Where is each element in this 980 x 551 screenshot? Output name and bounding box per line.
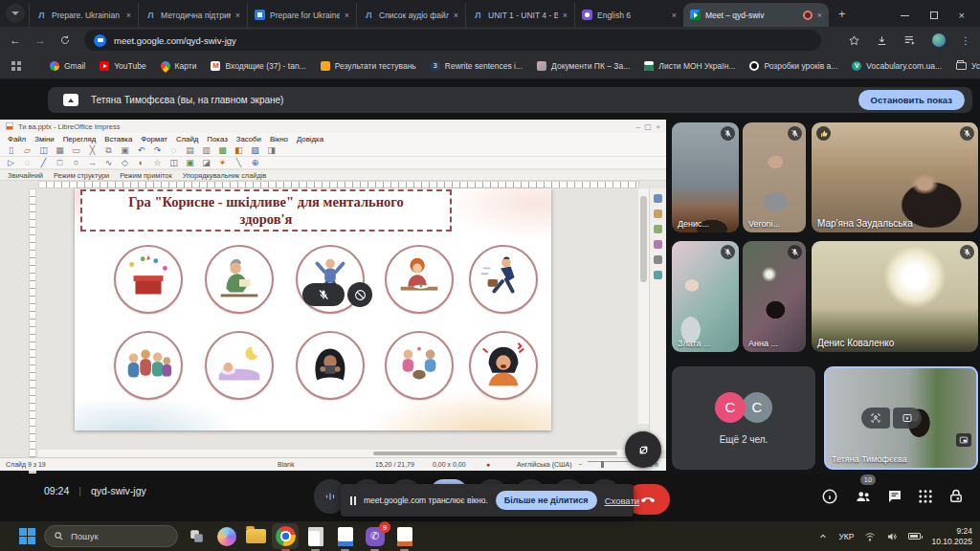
insert-chart-icon[interactable]: ▨ [250, 145, 260, 156]
tab-close-icon[interactable]: × [235, 11, 240, 20]
export-pdf-icon[interactable]: ▦ [55, 145, 65, 156]
tab-search-icon[interactable] [6, 4, 25, 23]
bookmark-item[interactable]: Gmail [50, 61, 85, 71]
zoom-icon[interactable]: ◌ [22, 158, 33, 168]
view-tab-sorter[interactable]: Упорядкувальник слайдів [183, 171, 267, 180]
browser-tab[interactable]: Prepare. Ukrainian E× [29, 3, 138, 27]
paste-icon[interactable]: ▣ [120, 145, 130, 156]
fontwork-icon[interactable]: ✶ [217, 158, 228, 168]
maximize-icon[interactable] [930, 11, 938, 19]
basic-shapes-icon[interactable]: ◇ [120, 158, 130, 168]
illustration-kids-sharing[interactable] [385, 331, 454, 400]
apps-grid-icon[interactable] [11, 61, 21, 72]
browser-tab[interactable]: English 6× [574, 3, 683, 27]
menu-slideshow[interactable]: Показ [207, 135, 227, 143]
chat-icon[interactable] [886, 488, 903, 505]
vertical-scrollbar[interactable] [638, 188, 649, 424]
undo-icon[interactable]: ↶ [136, 145, 146, 156]
curve-icon[interactable]: ∿ [103, 158, 114, 168]
bookmark-item[interactable]: Карти [161, 61, 197, 71]
select-icon[interactable]: ▷ [6, 158, 16, 168]
menu-insert[interactable]: Вставка [104, 135, 132, 143]
participant-tile[interactable]: Veroni... [743, 122, 806, 232]
more-participants-tile[interactable]: C C Ещё 2 чел. [672, 366, 815, 470]
activities-icon[interactable] [917, 488, 934, 505]
wifi-icon[interactable] [864, 531, 876, 542]
tray-chevron-icon[interactable] [818, 532, 828, 541]
copy-icon[interactable]: ⧉ [103, 145, 114, 156]
symbol-shapes-icon[interactable]: ◐ [136, 158, 146, 168]
cut-icon[interactable]: ╳ [87, 145, 98, 156]
floating-cam-off-overlay[interactable] [347, 282, 372, 307]
address-bar[interactable]: meet.google.com/qyd-swiv-jgy [84, 30, 821, 51]
sidebar-animation-icon[interactable] [654, 225, 662, 233]
insert-table-icon[interactable]: ▩ [217, 145, 228, 156]
task-view-button[interactable] [186, 525, 208, 547]
flowchart-icon[interactable]: ◫ [168, 158, 179, 168]
horizontal-scrollbar[interactable] [38, 450, 632, 457]
minimize-icon[interactable] [901, 15, 909, 16]
sidebar-properties-icon[interactable] [654, 194, 662, 203]
browser-tab[interactable]: Prepare for Ukraine× [247, 3, 356, 27]
language-indicator[interactable]: УКР [838, 532, 854, 541]
illustration-celebration-gift[interactable] [114, 245, 183, 314]
tab-close-icon[interactable]: × [345, 11, 349, 20]
callout-icon[interactable]: ▣ [185, 158, 195, 168]
volume-icon[interactable] [886, 531, 898, 542]
ellipse-icon[interactable]: ○ [71, 158, 81, 168]
expand-shared-screen-button[interactable] [625, 431, 661, 468]
bookmark-item[interactable]: Листи МОН Україн... [644, 61, 735, 71]
bookmark-item[interactable]: YouTube [100, 61, 145, 71]
illustration-reading-outdoors[interactable] [205, 245, 274, 314]
menu-view[interactable]: Перегляд [63, 135, 97, 143]
tab-close-icon[interactable]: × [672, 11, 677, 20]
line-icon[interactable]: ╱ [38, 158, 49, 168]
participant-tile[interactable]: Анна ... [743, 241, 806, 352]
bookmark-item[interactable]: Vocabulary.com.ua... [852, 61, 942, 71]
impress-window-controls[interactable]: – ▢ × [635, 122, 660, 131]
host-controls-icon[interactable] [947, 488, 965, 505]
all-bookmarks-button[interactable]: Усі закладки [956, 61, 980, 71]
browser-menu-icon[interactable]: ⋮ [961, 35, 970, 46]
points-icon[interactable]: ╲ [234, 158, 244, 168]
star-shapes-icon[interactable]: ☆ [152, 158, 163, 168]
participant-tile[interactable]: Мар'яна Заудальська [812, 122, 978, 232]
taskbar-clock[interactable]: 9:24 10.10.2025 [931, 526, 972, 547]
hide-notification-link[interactable]: Сховати [605, 496, 639, 506]
notepad-button[interactable] [304, 525, 326, 547]
download-icon[interactable] [876, 34, 888, 47]
reload-icon[interactable] [59, 34, 71, 46]
copilot-button[interactable] [215, 525, 237, 547]
browser-tab-active-meet[interactable]: Meet – qyd-swiv× [683, 3, 829, 27]
illustration-friends-group[interactable] [114, 331, 183, 400]
insert-image-icon[interactable]: ◧ [234, 145, 244, 156]
meeting-details-icon[interactable] [821, 488, 838, 505]
menu-edit[interactable]: Зміни [34, 135, 54, 143]
view-tab-normal[interactable]: Звичайний [8, 171, 43, 180]
illustration-healthy-meal[interactable] [385, 245, 454, 314]
browser-tab[interactable]: UNIT 1 - UNIT 4 - Ві× [465, 3, 574, 27]
participant-tile[interactable]: Злата ... [672, 241, 739, 352]
self-view-tile[interactable]: Тетяна Тимофєєва [824, 366, 978, 470]
insert-textbox-icon[interactable]: ◨ [266, 145, 277, 156]
bookmark-item[interactable]: Розробки уроків а... [749, 61, 837, 71]
slide-title-box[interactable]: Гра "Корисне - шкідливе" для ментального… [80, 189, 452, 231]
rect-icon[interactable]: □ [55, 158, 65, 168]
arrow-icon[interactable]: → [87, 158, 98, 168]
close-window-icon[interactable]: × [959, 11, 965, 19]
save-icon[interactable]: ◫ [38, 145, 49, 156]
grid-icon[interactable]: ▤ [185, 145, 195, 156]
sidebar-transition-icon[interactable] [654, 209, 662, 218]
stop-presenting-button[interactable]: Остановить показ [858, 90, 965, 110]
browser-tab[interactable]: Список аудіо файлі× [356, 3, 465, 27]
battery-icon[interactable] [908, 533, 921, 540]
glue-points-icon[interactable]: ⊕ [250, 158, 260, 168]
tab-close-icon[interactable]: × [563, 11, 568, 20]
redo-icon[interactable]: ↷ [152, 145, 163, 156]
forward-icon[interactable]: → [34, 34, 46, 46]
zoom-slider-thumb[interactable] [601, 461, 604, 468]
menu-help[interactable]: Довідка [297, 135, 323, 143]
menu-format[interactable]: Формат [141, 135, 167, 143]
new-doc-icon[interactable]: ▯ [6, 145, 16, 156]
menu-tools[interactable]: Засоби [236, 135, 261, 143]
